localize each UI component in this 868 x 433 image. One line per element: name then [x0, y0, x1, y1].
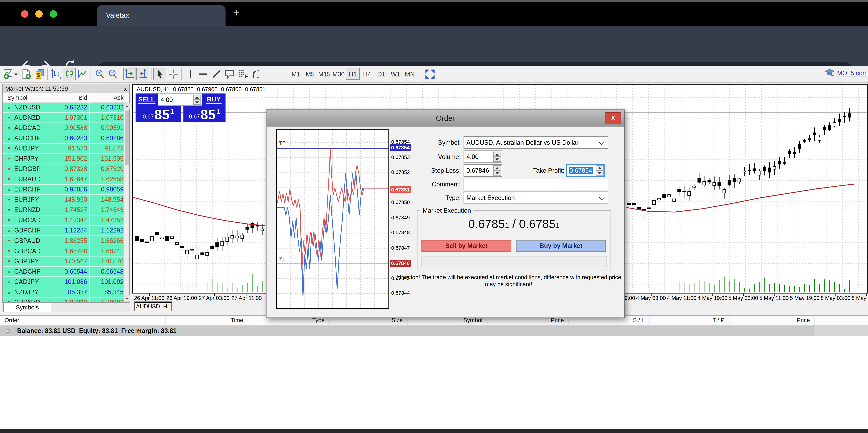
symbol-name: NZDUSD — [14, 103, 40, 112]
timeframe-m30[interactable]: M30 — [332, 68, 346, 80]
col-ask[interactable]: Ask — [89, 94, 124, 101]
ask-value: 1.86266 — [89, 236, 124, 246]
market-watch-scrollbar[interactable]: ▲ ▼ — [124, 103, 129, 302]
chart-tab-audusd[interactable]: AUDUSD, H1 — [134, 301, 172, 311]
minimize-window-button[interactable] — [35, 10, 43, 18]
stop-loss-label: Stop Loss: — [398, 164, 461, 177]
market-watch-row[interactable]: ▲NZDUSD0.632320.63232 — [3, 103, 125, 113]
sell-by-market-button[interactable]: Sell by Market — [422, 240, 512, 252]
order-dialog: Order X TP SL 0.678540.678530.678520.678… — [266, 110, 625, 318]
trend-line-icon[interactable] — [210, 68, 222, 80]
volume-input[interactable]: 4.00 — [158, 93, 202, 106]
market-watch-row[interactable]: ▲CADJPY101.086101.092 — [3, 277, 125, 287]
buy-by-market-button[interactable]: Buy by Market — [516, 240, 606, 252]
buy-price-panel[interactable]: 0.67851 — [183, 106, 225, 122]
maximize-window-button[interactable] — [50, 10, 57, 18]
text-label-icon[interactable] — [223, 68, 236, 80]
timeframe-m15[interactable]: M15 — [317, 68, 332, 80]
market-watch-close-icon[interactable]: x — [124, 84, 127, 93]
market-watch-row[interactable]: ▲AUDCHF0.602830.60286 — [3, 134, 125, 144]
market-watch-row[interactable]: ▼AUDJPY91.57391.577 — [3, 144, 125, 154]
bar-chart-icon[interactable] — [50, 68, 62, 80]
tab-symbols[interactable]: Symbols — [3, 303, 51, 312]
zoom-in-icon[interactable] — [93, 68, 106, 80]
volume-stepper[interactable] — [193, 95, 201, 105]
stop-loss-stepper[interactable] — [493, 165, 501, 175]
timeframe-w1[interactable]: W1 — [389, 68, 403, 80]
scroll-up-icon[interactable]: ▲ — [124, 103, 130, 110]
market-watch-row[interactable]: ▼AUDCAD0.905880.90591 — [3, 123, 125, 134]
mql5-community-link[interactable]: MQL5.community — [837, 69, 868, 76]
col-symbol[interactable]: Symbol — [7, 94, 27, 101]
volume-field-stepper[interactable] — [493, 152, 501, 162]
symbol-name: AUDNZD — [14, 113, 40, 123]
expander-icon[interactable] — [6, 329, 10, 333]
sell-price-panel[interactable]: 0.67851 — [135, 106, 181, 122]
timeframe-h1[interactable]: H1 — [346, 68, 360, 80]
new-tab-button[interactable]: + — [230, 6, 243, 21]
timeframe-d1[interactable]: D1 — [374, 68, 389, 80]
crosshair-icon[interactable] — [166, 68, 179, 80]
new-order-dollar-icon[interactable]: $ — [32, 68, 45, 80]
toolbar-separator — [121, 68, 121, 80]
divider — [52, 277, 53, 287]
buy-button[interactable]: BUY — [202, 93, 226, 106]
market-watch-row[interactable]: ▲EURCHF0.980560.98059 — [3, 185, 125, 195]
sell-button[interactable]: SELL — [135, 93, 158, 106]
axis-tick — [712, 294, 713, 296]
market-watch-row[interactable]: ▲NZDJPY85.33785.345 — [3, 287, 125, 297]
symbol-select[interactable]: AUDUSD, Australian Dollar vs US Dollar — [464, 136, 608, 149]
order-dialog-title[interactable]: Order — [267, 110, 624, 126]
arrow-up-icon: ▲ — [7, 287, 11, 297]
market-watch-row[interactable]: ▼EURNZD1.745271.74543 — [3, 205, 125, 215]
close-window-button[interactable] — [21, 10, 28, 18]
market-watch-row[interactable]: ▼GBPAUD1.862551.86266 — [3, 236, 125, 246]
timeframe-m5[interactable]: M5 — [303, 68, 317, 80]
balance-row[interactable]: Balance: 83.81 USD Equity: 83.81 Free ma… — [0, 325, 868, 336]
line-chart-icon[interactable] — [76, 68, 89, 80]
timeframe-mn[interactable]: MN — [403, 68, 417, 80]
take-profit-stepper[interactable] — [596, 165, 604, 175]
new-chart-icon[interactable] — [2, 68, 19, 80]
market-watch-row[interactable]: ▼EURCAD1.473441.47352 — [3, 215, 125, 226]
market-watch-row[interactable]: ▼GBPCAD1.687281.68741 — [3, 246, 125, 257]
zoom-out-icon[interactable] — [106, 68, 119, 80]
col-bid[interactable]: Bid — [52, 94, 87, 101]
tp-price-badge: 0.67854 — [390, 144, 410, 151]
market-watch-row[interactable]: ▲GBPCHF1.122841.12292 — [3, 226, 125, 236]
volume-label: Volume: — [398, 150, 461, 163]
scrollbar-thumb[interactable] — [125, 111, 129, 165]
fibonacci-icon[interactable]: F — [236, 68, 249, 80]
new-order-page-icon[interactable] — [20, 68, 32, 80]
stop-loss-field[interactable]: 0.67846 — [464, 164, 502, 177]
market-watch-row[interactable]: ▼GBPNZD1.880601.88082 — [3, 297, 125, 302]
symbol-name: EURCHF — [14, 185, 40, 195]
cursor-icon[interactable] — [153, 68, 166, 80]
timeframe-h4[interactable]: H4 — [360, 68, 374, 80]
window-bottom-strip — [0, 429, 868, 433]
balance-text: Balance: 83.81 USD Equity: 83.81 Free ma… — [17, 325, 177, 336]
volume-field[interactable]: 4.00 — [464, 150, 502, 163]
market-watch-row[interactable]: ▼AUDNZD1.073011.07310 — [3, 113, 125, 123]
timeframe-m1[interactable]: M1 — [289, 68, 303, 80]
dialog-close-button[interactable]: X — [605, 112, 621, 124]
divider — [89, 174, 90, 185]
horizontal-line-icon[interactable] — [196, 68, 210, 80]
timeframe-bar: M1M5M15M30H1H4D1W1MN — [289, 68, 417, 80]
take-profit-field[interactable]: 0.67854 — [566, 164, 605, 177]
type-select[interactable]: Market Execution — [464, 192, 608, 204]
chart-shift-icon[interactable] — [136, 68, 149, 80]
indicators-icon[interactable]: ƒ — [249, 68, 262, 80]
fullscreen-icon[interactable] — [423, 68, 437, 80]
market-watch-row[interactable]: ▼EURAUD1.626471.62658 — [3, 174, 125, 185]
market-watch-row[interactable]: ▲CADCHF0.665440.66548 — [3, 267, 125, 277]
market-watch-row[interactable]: ▼EURJPY148.950148.954 — [3, 195, 125, 205]
browser-tab[interactable]: Valetax — [97, 5, 225, 26]
auto-scroll-icon[interactable] — [123, 68, 136, 80]
market-watch-row[interactable]: ▼EURGBP0.873280.87329 — [3, 164, 125, 174]
candlestick-chart-icon[interactable] — [63, 68, 76, 80]
comment-field[interactable] — [464, 178, 608, 191]
vertical-line-icon[interactable] — [183, 68, 196, 80]
market-watch-row[interactable]: ▼GBPJPY170.567170.570 — [3, 257, 125, 267]
market-watch-row[interactable]: ▼CHFJPY151.902151.905 — [3, 154, 125, 164]
